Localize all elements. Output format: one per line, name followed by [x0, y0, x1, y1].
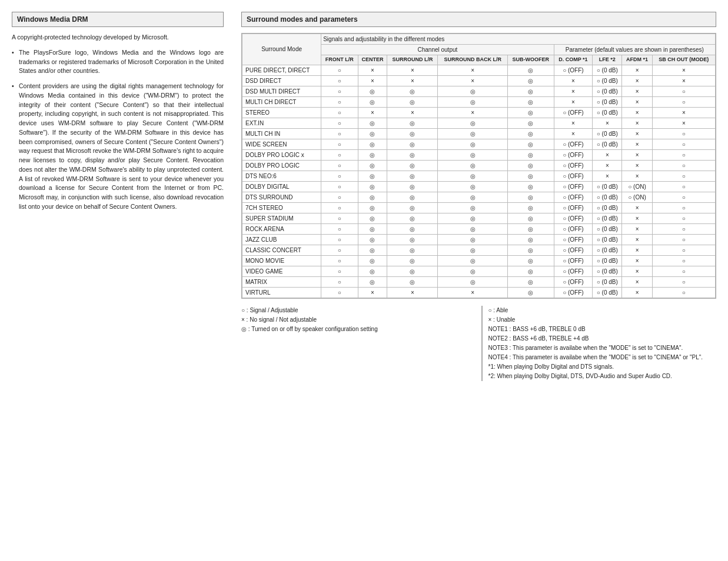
mode-value-cell: ○	[321, 202, 358, 213]
mode-value-cell: ◎	[387, 192, 438, 202]
mode-value-cell: ○	[652, 160, 715, 171]
mode-value-cell: ◎	[507, 287, 554, 298]
mode-value-cell: ◎	[387, 160, 438, 171]
mode-value-cell: ○	[652, 181, 715, 192]
mode-value-cell: ◎	[358, 160, 387, 171]
mode-name-cell: PURE DIRECT, DIRECT	[242, 65, 321, 75]
mode-value-cell: ○ (OFF)	[554, 213, 593, 223]
mode-value-cell: ○	[652, 192, 715, 202]
col-header-cell: SB CH OUT (MODE)	[652, 55, 715, 65]
mode-value-cell: ◎	[358, 213, 387, 223]
mode-value-cell: ○ (OFF)	[554, 223, 593, 234]
mode-value-cell: ×	[622, 255, 652, 266]
mode-value-cell: ◎	[507, 160, 554, 171]
mode-value-cell: ◎	[387, 139, 438, 149]
mode-value-cell: ○ (OFF)	[554, 255, 593, 266]
mode-value-cell: ◎	[507, 128, 554, 139]
mode-value-cell: ×	[387, 287, 438, 298]
mode-value-cell: ○ (0 dB)	[593, 266, 622, 276]
mode-value-cell: ◎	[358, 96, 387, 107]
mode-value-cell: ◎	[438, 149, 507, 160]
mode-value-cell: ○ (0 dB)	[593, 276, 622, 287]
legend-right-item: ○ : Able	[488, 306, 717, 315]
mode-value-cell: ○ (ON)	[622, 181, 652, 192]
mode-value-cell: ◎	[438, 202, 507, 213]
mode-value-cell: ◎	[507, 255, 554, 266]
mode-value-cell: ○ (0 dB)	[593, 181, 622, 192]
mode-name-cell: DSD DIRECT	[242, 75, 321, 86]
table-row: MONO MOVIE○◎◎◎◎○ (OFF)○ (0 dB)×○	[242, 255, 716, 266]
mode-value-cell: ○	[321, 213, 358, 223]
mode-value-cell: ◎	[438, 192, 507, 202]
mode-value-cell: ○	[321, 75, 358, 86]
mode-value-cell: ×	[622, 213, 652, 223]
mode-value-cell: ◎	[507, 202, 554, 213]
mode-value-cell: ○ (0 dB)	[593, 255, 622, 266]
mode-value-cell: ◎	[358, 181, 387, 192]
table-row: PURE DIRECT, DIRECT○×××◎○ (OFF)○ (0 dB)×…	[242, 65, 716, 75]
mode-value-cell: ○ (OFF)	[554, 160, 593, 171]
mode-value-cell: ×	[652, 75, 715, 86]
mode-value-cell: ◎	[387, 213, 438, 223]
mode-value-cell: ×	[622, 149, 652, 160]
mode-value-cell: ◎	[358, 149, 387, 160]
mode-value-cell: ○ (OFF)	[554, 202, 593, 213]
mode-value-cell: ◎	[358, 128, 387, 139]
mode-value-cell: ◎	[438, 181, 507, 192]
mode-value-cell: ×	[358, 287, 387, 298]
mode-value-cell: ○	[652, 96, 715, 107]
mode-value-cell: ×	[622, 86, 652, 96]
mode-value-cell: ×	[622, 139, 652, 149]
col-header-cell: LFE *2	[593, 55, 622, 65]
mode-value-cell: ◎	[387, 202, 438, 213]
mode-value-cell: ○ (0 dB)	[593, 223, 622, 234]
mode-value-cell: ◎	[507, 171, 554, 181]
mode-value-cell: ×	[622, 128, 652, 139]
mode-value-cell: ○	[321, 128, 358, 139]
mode-value-cell: ○ (OFF)	[554, 139, 593, 149]
mode-name-cell: DTS SURROUND	[242, 192, 321, 202]
mode-name-cell: SUPER STADIUM	[242, 213, 321, 223]
legend-right: ○ : Able× : UnableNOTE1 : BASS +6 dB, TR…	[481, 306, 717, 381]
mode-value-cell: ○	[321, 245, 358, 255]
mode-value-cell: ○	[652, 128, 715, 139]
mode-value-cell: ×	[622, 202, 652, 213]
table-row: SUPER STADIUM○◎◎◎◎○ (OFF)○ (0 dB)×○	[242, 213, 716, 223]
mode-value-cell: ◎	[438, 266, 507, 276]
mode-value-cell: ◎	[507, 245, 554, 255]
surround-table: Surround Mode Signals and adjustability …	[242, 34, 716, 298]
mode-value-cell: ◎	[507, 75, 554, 86]
legend-right-item: × : Unable	[488, 315, 717, 325]
mode-name-cell: ROCK ARENA	[242, 223, 321, 234]
table-row: DTS SURROUND○◎◎◎◎○ (OFF)○ (0 dB)○ (ON)○	[242, 192, 716, 202]
left-bullet-item: The PlaysForSure logo, Windows Media and…	[12, 48, 224, 76]
mode-value-cell: ×	[554, 96, 593, 107]
mode-value-cell: ◎	[507, 107, 554, 118]
mode-value-cell: ○	[652, 86, 715, 96]
mode-value-cell: ○	[652, 255, 715, 266]
mode-value-cell: ○	[321, 139, 358, 149]
mode-name-cell: MATRIX	[242, 276, 321, 287]
mode-value-cell: ×	[593, 160, 622, 171]
mode-value-cell: ×	[593, 171, 622, 181]
table-row: MATRIX○◎◎◎◎○ (OFF)○ (0 dB)×○	[242, 276, 716, 287]
mode-value-cell: ◎	[438, 96, 507, 107]
mode-name-cell: WIDE SCREEN	[242, 139, 321, 149]
mode-value-cell: ○	[321, 107, 358, 118]
mode-value-cell: ◎	[507, 223, 554, 234]
channel-output-header: Channel output	[321, 45, 554, 55]
left-intro: A copyright-protected technology develop…	[12, 33, 224, 42]
mode-value-cell: ○	[321, 287, 358, 298]
mode-value-cell: ○	[652, 245, 715, 255]
mode-value-cell: ◎	[438, 276, 507, 287]
mode-value-cell: ○ (0 dB)	[593, 234, 622, 245]
table-body: PURE DIRECT, DIRECT○×××◎○ (OFF)○ (0 dB)×…	[242, 65, 716, 298]
table-row: MULTI CH IN○◎◎◎◎×○ (0 dB)×○	[242, 128, 716, 139]
mode-name-cell: VIRTURL	[242, 287, 321, 298]
table-row: DOLBY PRO LOGIC x○◎◎◎◎○ (OFF)××○	[242, 149, 716, 160]
mode-value-cell: ○	[321, 255, 358, 266]
mode-value-cell: ○	[652, 287, 715, 298]
mode-value-cell: ◎	[438, 160, 507, 171]
mode-value-cell: ○	[652, 202, 715, 213]
mode-value-cell: ◎	[387, 96, 438, 107]
